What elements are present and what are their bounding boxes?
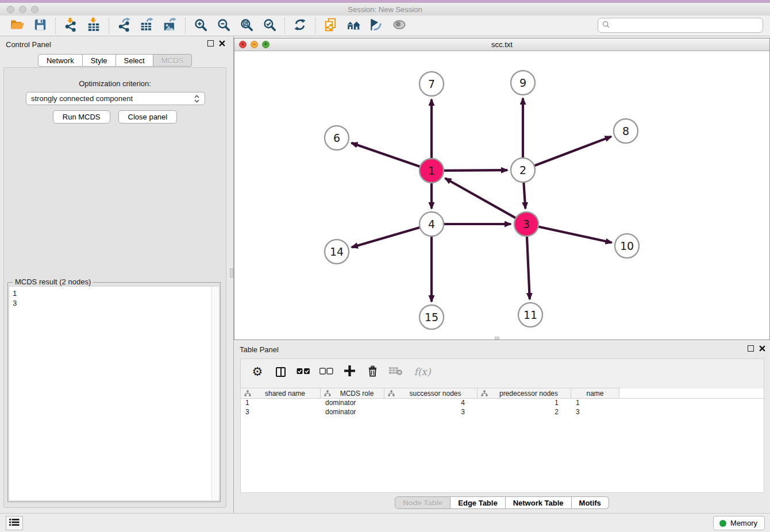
graph-node-label: 1 bbox=[428, 164, 435, 177]
graph-edge-2-8[interactable] bbox=[533, 137, 611, 167]
graph-node-14[interactable]: 14 bbox=[325, 240, 349, 264]
tab-select[interactable]: Select bbox=[116, 54, 153, 67]
cell-name[interactable]: 1 bbox=[571, 399, 619, 408]
search-input[interactable] bbox=[611, 20, 763, 31]
graph-edge-3-10[interactable] bbox=[537, 226, 612, 242]
columns-icon bbox=[276, 367, 286, 377]
delete-table-button[interactable] bbox=[387, 363, 404, 380]
list-icon bbox=[9, 518, 20, 528]
import-table-button[interactable] bbox=[82, 17, 105, 35]
graph-node-11[interactable]: 11 bbox=[518, 303, 542, 327]
sort-hierarchy-icon bbox=[324, 390, 331, 397]
float-panel-icon[interactable] bbox=[207, 40, 214, 47]
control-panel-title: Control Panel bbox=[6, 40, 51, 49]
open-session-button[interactable] bbox=[6, 17, 29, 35]
table-header-row: shared nameMCDS rolesuccessor nodesprede… bbox=[241, 388, 764, 399]
cell-MCDS-role[interactable]: dominator bbox=[321, 399, 384, 408]
mcds-result-area[interactable]: 1 3 bbox=[9, 286, 220, 501]
column-header-shared-name[interactable]: shared name bbox=[241, 388, 321, 399]
cell-shared-name[interactable]: 3 bbox=[241, 408, 321, 417]
column-header-predecessor-nodes[interactable]: predecessor nodes bbox=[478, 388, 571, 399]
cell-predecessor-nodes[interactable]: 2 bbox=[478, 408, 571, 417]
control-panel-header: Control Panel bbox=[0, 36, 230, 52]
tab-node-table[interactable]: Node Table bbox=[395, 496, 451, 509]
export-network-button[interactable] bbox=[113, 17, 136, 35]
column-header-name[interactable]: name bbox=[571, 388, 619, 399]
graph-edge-4-14[interactable] bbox=[352, 227, 421, 247]
open-recent-button[interactable] bbox=[342, 17, 365, 35]
graph-node-9[interactable]: 9 bbox=[511, 71, 535, 95]
import-network-button[interactable] bbox=[59, 17, 82, 35]
show-hide-panels-button[interactable] bbox=[388, 17, 411, 35]
function-builder-button[interactable]: f(x) bbox=[410, 363, 435, 380]
graph-node-2[interactable]: 2 bbox=[511, 158, 535, 182]
graph-node-3[interactable]: 3 bbox=[514, 212, 538, 236]
cell-name[interactable]: 3 bbox=[571, 408, 619, 417]
import-network-icon bbox=[63, 17, 78, 34]
node-table-container: ⚙ f(x) shared nameMCDS rolesuccessor nod… bbox=[240, 358, 764, 493]
deselect-all-rows-button[interactable] bbox=[318, 363, 335, 380]
cell-successor-nodes[interactable]: 4 bbox=[384, 399, 478, 408]
panel-splitter-vertical[interactable] bbox=[230, 36, 234, 513]
zoom-selected-button[interactable] bbox=[258, 17, 281, 35]
close-panel-button[interactable]: Close panel bbox=[118, 110, 178, 124]
clone-network-button[interactable] bbox=[319, 17, 342, 35]
graph-node-7[interactable]: 7 bbox=[419, 72, 444, 96]
float-panel-icon[interactable] bbox=[748, 345, 754, 352]
graph-edge-1-2[interactable] bbox=[442, 170, 507, 171]
select-all-rows-button[interactable] bbox=[295, 363, 312, 380]
table-row[interactable]: 3dominator323 bbox=[241, 408, 764, 417]
memory-button[interactable]: Memory bbox=[713, 516, 765, 530]
toolbar-separator bbox=[55, 18, 56, 34]
graph-node-4[interactable]: 4 bbox=[419, 212, 444, 236]
cell-successor-nodes[interactable]: 3 bbox=[384, 408, 478, 417]
splitter-grip[interactable] bbox=[230, 268, 233, 277]
tab-mcds[interactable]: MCDS bbox=[153, 54, 192, 67]
zoom-out-icon bbox=[216, 17, 231, 34]
graph-node-label: 7 bbox=[428, 78, 435, 90]
graph-edge-2-3[interactable] bbox=[523, 181, 525, 209]
add-column-button[interactable] bbox=[341, 363, 358, 380]
export-image-button[interactable] bbox=[159, 17, 182, 35]
graph-node-6[interactable]: 6 bbox=[325, 126, 349, 150]
tab-style[interactable]: Style bbox=[83, 54, 116, 67]
close-panel-icon[interactable] bbox=[759, 345, 765, 352]
zoom-in-button[interactable] bbox=[189, 17, 212, 35]
export-table-icon bbox=[140, 17, 155, 34]
tab-motifs[interactable]: Motifs bbox=[572, 496, 609, 509]
graph-node-1[interactable]: 1 bbox=[419, 159, 444, 183]
table-settings-button[interactable]: ⚙ bbox=[249, 363, 266, 380]
optimization-criterion-select[interactable]: strongly connected component bbox=[26, 92, 205, 105]
graph-edge-3-11[interactable] bbox=[527, 235, 530, 299]
run-mcds-button[interactable]: Run MCDS bbox=[53, 110, 110, 124]
graph-node-10[interactable]: 10 bbox=[615, 234, 639, 258]
toolbar-search[interactable] bbox=[598, 18, 763, 33]
zoom-out-button[interactable] bbox=[212, 17, 235, 35]
graph-edge-3-1[interactable] bbox=[445, 178, 517, 218]
tab-network[interactable]: Network bbox=[38, 54, 83, 67]
tab-network-table[interactable]: Network Table bbox=[506, 496, 572, 509]
apply-style-button[interactable] bbox=[365, 17, 388, 35]
cell-MCDS-role[interactable]: dominator bbox=[321, 408, 384, 417]
graph-edge-1-6[interactable] bbox=[352, 143, 422, 167]
refresh-layout-button[interactable] bbox=[288, 17, 311, 35]
graph-node-15[interactable]: 15 bbox=[419, 305, 444, 329]
cell-shared-name[interactable]: 1 bbox=[241, 399, 321, 408]
save-session-button[interactable] bbox=[29, 17, 52, 35]
export-table-button[interactable] bbox=[136, 17, 159, 35]
tab-edge-table[interactable]: Edge Table bbox=[451, 496, 505, 509]
delete-column-button[interactable] bbox=[364, 363, 381, 380]
network-canvas[interactable]: 7968124314101511 bbox=[234, 51, 769, 340]
close-panel-icon[interactable] bbox=[219, 40, 225, 47]
zoom-fit-button[interactable] bbox=[235, 17, 258, 35]
toggle-columns-button[interactable] bbox=[272, 363, 289, 380]
graph-node-8[interactable]: 8 bbox=[614, 119, 638, 143]
column-header-successor-nodes[interactable]: successor nodes bbox=[384, 388, 478, 399]
table-row[interactable]: 1dominator411 bbox=[241, 399, 764, 408]
column-header-MCDS-role[interactable]: MCDS role bbox=[321, 388, 384, 399]
splitter-grip-horizontal[interactable] bbox=[495, 337, 499, 340]
result-scrollbar[interactable] bbox=[211, 287, 219, 500]
header-filler bbox=[619, 388, 764, 399]
task-history-button[interactable] bbox=[6, 516, 23, 530]
cell-predecessor-nodes[interactable]: 1 bbox=[478, 399, 571, 408]
